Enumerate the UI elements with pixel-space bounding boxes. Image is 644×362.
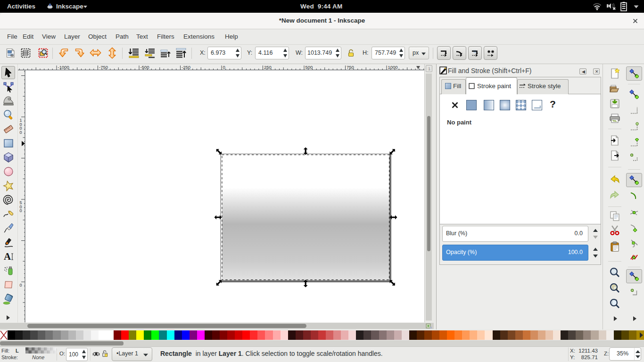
svg-text:-1000: -1000 <box>58 65 69 70</box>
svg-text:250: 250 <box>264 65 272 70</box>
svg-text:0: 0 <box>20 283 22 288</box>
svg-text:-750: -750 <box>99 65 108 70</box>
svg-text:0: 0 <box>20 130 22 135</box>
svg-text:0: 0 <box>223 65 225 70</box>
svg-text:-250: -250 <box>182 65 190 70</box>
svg-text:500: 500 <box>305 65 313 70</box>
svg-text:0: 0 <box>20 208 22 213</box>
svg-text:1000: 1000 <box>388 65 398 70</box>
svg-text:750: 750 <box>347 65 354 70</box>
svg-text:-500: -500 <box>140 65 149 70</box>
svg-text:A: A <box>4 251 11 262</box>
